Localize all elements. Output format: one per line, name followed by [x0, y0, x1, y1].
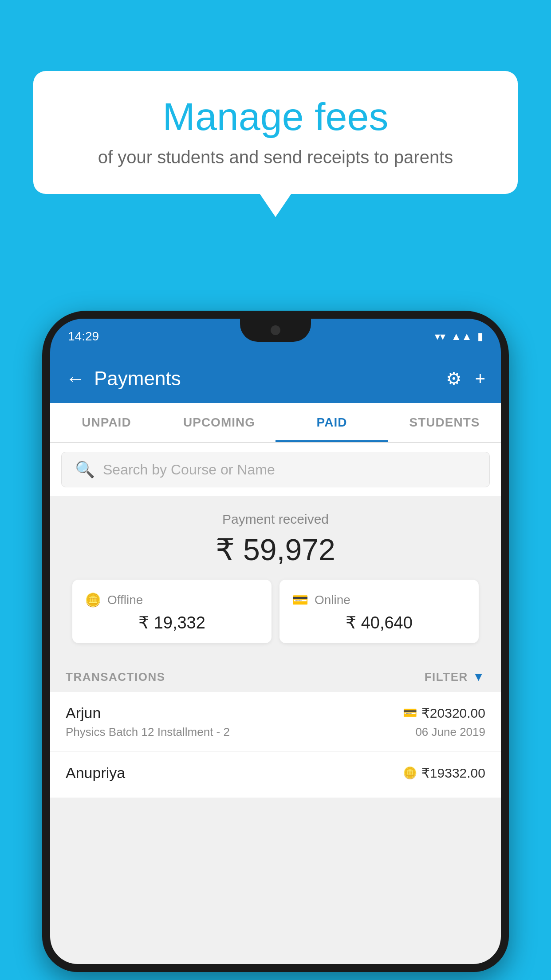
app-bar: ← Payments ⚙ +	[50, 354, 501, 403]
payment-type-icon-2: 🪙	[403, 766, 417, 780]
filter-icon: ▼	[472, 670, 485, 684]
rupee-card-icon: 🪙	[85, 592, 101, 608]
status-icons: ▾▾ ▲▲ ▮	[435, 330, 483, 343]
offline-amount: ₹ 19,332	[85, 613, 259, 632]
table-row[interactable]: Anupriya 🪙 ₹19332.00	[50, 752, 501, 798]
online-amount: ₹ 40,640	[292, 613, 466, 632]
transaction-course-1: Physics Batch 12 Installment - 2	[66, 725, 230, 739]
search-bar-wrapper: 🔍 Search by Course or Name	[50, 443, 501, 496]
status-time: 14:29	[68, 329, 99, 344]
transaction-row-bottom-1: Physics Batch 12 Installment - 2 06 June…	[66, 725, 485, 739]
online-card-header: 💳 Online	[292, 592, 466, 608]
tab-upcoming[interactable]: UPCOMING	[163, 403, 276, 442]
offline-card-header: 🪙 Offline	[85, 592, 259, 608]
transaction-name-1: Arjun	[66, 704, 101, 722]
phone-device: 14:29 ▾▾ ▲▲ ▮ ← Payments ⚙ +	[42, 311, 509, 972]
payment-received-section: Payment received ₹ 59,972 🪙 Offline ₹ 19…	[50, 496, 501, 656]
offline-card: 🪙 Offline ₹ 19,332	[72, 580, 272, 643]
status-bar: 14:29 ▾▾ ▲▲ ▮	[50, 319, 501, 354]
transaction-name-2: Anupriya	[66, 764, 125, 782]
tabs-bar: UNPAID UPCOMING PAID STUDENTS	[50, 403, 501, 443]
phone-wrapper: 14:29 ▾▾ ▲▲ ▮ ← Payments ⚙ +	[42, 311, 509, 980]
offline-label: Offline	[107, 593, 143, 607]
payment-cards: 🪙 Offline ₹ 19,332 💳 Online ₹ 40,640	[72, 580, 479, 643]
speech-bubble: Manage fees of your students and send re…	[33, 71, 518, 194]
tab-students[interactable]: STUDENTS	[388, 403, 501, 442]
app-bar-title: Payments	[94, 368, 437, 390]
transactions-label: TRANSACTIONS	[66, 670, 165, 684]
transaction-amount-1: 💳 ₹20320.00	[403, 705, 485, 721]
wifi-icon: ▾▾	[435, 330, 445, 343]
add-icon[interactable]: +	[475, 369, 485, 389]
phone-screen: ← Payments ⚙ + UNPAID UPCOMING PAID STUD…	[50, 354, 501, 964]
speech-bubble-title: Manage fees	[60, 95, 491, 138]
speech-bubble-subtitle: of your students and send receipts to pa…	[60, 147, 491, 167]
payment-received-amount: ₹ 59,972	[61, 532, 490, 567]
tab-unpaid[interactable]: UNPAID	[50, 403, 163, 442]
search-icon: 🔍	[75, 460, 95, 479]
payment-received-label: Payment received	[61, 512, 490, 527]
transaction-list: Arjun 💳 ₹20320.00 Physics Batch 12 Insta…	[50, 692, 501, 798]
search-placeholder: Search by Course or Name	[103, 462, 275, 478]
signal-icon: ▲▲	[451, 330, 472, 343]
online-card: 💳 Online ₹ 40,640	[279, 580, 479, 643]
table-row[interactable]: Arjun 💳 ₹20320.00 Physics Batch 12 Insta…	[50, 692, 501, 752]
search-bar[interactable]: 🔍 Search by Course or Name	[61, 452, 490, 487]
settings-icon[interactable]: ⚙	[446, 368, 462, 389]
transaction-date-1: 06 June 2019	[415, 725, 485, 739]
transaction-amount-2: 🪙 ₹19332.00	[403, 765, 485, 781]
credit-card-icon: 💳	[292, 592, 308, 608]
app-bar-actions: ⚙ +	[446, 368, 485, 389]
camera-dot	[271, 325, 280, 335]
back-button[interactable]: ←	[66, 368, 85, 390]
filter-label: FILTER	[425, 670, 468, 684]
battery-icon: ▮	[477, 330, 483, 343]
transaction-row-top-2: Anupriya 🪙 ₹19332.00	[66, 764, 485, 782]
transaction-row-top-1: Arjun 💳 ₹20320.00	[66, 704, 485, 722]
payment-type-icon-1: 💳	[403, 706, 417, 720]
transactions-header: TRANSACTIONS FILTER ▼	[50, 656, 501, 692]
phone-notch	[240, 319, 311, 342]
online-label: Online	[315, 593, 350, 607]
tab-paid[interactable]: PAID	[276, 403, 388, 442]
filter-button[interactable]: FILTER ▼	[425, 670, 485, 684]
